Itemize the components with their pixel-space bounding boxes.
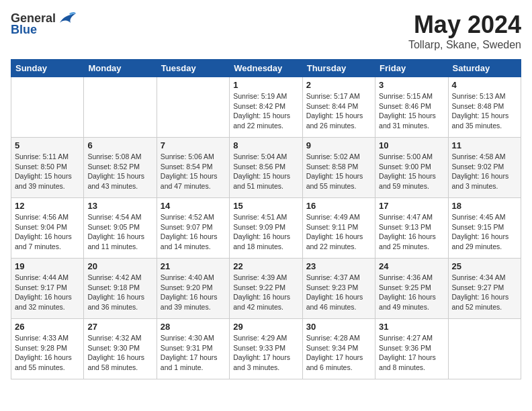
calendar-cell: 18Sunrise: 4:45 AM Sunset: 9:15 PM Dayli… [448,198,521,259]
calendar-cell: 1Sunrise: 5:19 AM Sunset: 8:42 PM Daylig… [230,77,302,138]
day-number: 29 [233,322,298,332]
day-info: Sunrise: 4:37 AM Sunset: 9:23 PM Dayligh… [306,273,371,312]
calendar-header-row: SundayMondayTuesdayWednesdayThursdayFrid… [11,60,521,77]
calendar-cell [157,77,229,138]
day-number: 25 [452,261,517,271]
day-number: 16 [306,201,371,211]
day-number: 3 [379,80,444,90]
day-number: 26 [15,322,80,332]
day-number: 27 [87,322,152,332]
calendar-week-row: 12Sunrise: 4:56 AM Sunset: 9:04 PM Dayli… [11,198,521,259]
calendar-cell: 25Sunrise: 4:34 AM Sunset: 9:27 PM Dayli… [448,259,521,319]
logo-bird-icon [57,11,76,26]
calendar-col-wednesday: Wednesday [230,60,302,77]
day-number: 12 [15,201,80,211]
day-info: Sunrise: 5:04 AM Sunset: 8:56 PM Dayligh… [233,152,298,191]
day-number: 9 [306,140,371,150]
day-info: Sunrise: 4:54 AM Sunset: 9:05 PM Dayligh… [87,212,152,252]
calendar-cell: 4Sunrise: 5:13 AM Sunset: 8:48 PM Daylig… [448,77,521,138]
calendar-week-row: 19Sunrise: 4:44 AM Sunset: 9:17 PM Dayli… [11,259,521,319]
day-number: 14 [161,201,226,211]
day-info: Sunrise: 4:44 AM Sunset: 9:17 PM Dayligh… [15,273,80,312]
day-number: 7 [161,140,226,150]
day-info: Sunrise: 5:02 AM Sunset: 8:58 PM Dayligh… [306,152,371,191]
calendar-cell: 28Sunrise: 4:30 AM Sunset: 9:31 PM Dayli… [157,319,229,379]
day-info: Sunrise: 4:33 AM Sunset: 9:28 PM Dayligh… [15,333,80,373]
calendar-cell: 5Sunrise: 5:11 AM Sunset: 8:50 PM Daylig… [11,138,84,198]
calendar-cell: 29Sunrise: 4:29 AM Sunset: 9:33 PM Dayli… [230,319,302,379]
day-number: 28 [161,322,226,332]
day-number: 5 [15,140,80,150]
calendar-cell [448,319,521,379]
day-info: Sunrise: 4:29 AM Sunset: 9:33 PM Dayligh… [233,333,298,373]
day-info: Sunrise: 4:40 AM Sunset: 9:20 PM Dayligh… [161,273,226,312]
calendar-cell: 10Sunrise: 5:00 AM Sunset: 9:00 PM Dayli… [375,138,448,198]
day-number: 18 [452,201,517,211]
logo: General Blue [11,11,76,37]
day-info: Sunrise: 4:49 AM Sunset: 9:11 PM Dayligh… [306,212,371,252]
calendar-col-friday: Friday [375,60,448,77]
day-number: 13 [87,201,152,211]
day-info: Sunrise: 5:00 AM Sunset: 9:00 PM Dayligh… [379,152,444,191]
calendar-cell: 19Sunrise: 4:44 AM Sunset: 9:17 PM Dayli… [11,259,84,319]
calendar-week-row: 26Sunrise: 4:33 AM Sunset: 9:28 PM Dayli… [11,319,521,379]
logo-blue: Blue [11,23,37,37]
day-number: 8 [233,140,298,150]
day-info: Sunrise: 4:27 AM Sunset: 9:36 PM Dayligh… [379,333,444,373]
location-title: Tollarp, Skane, Sweden [408,39,521,51]
title-block: May 2024 Tollarp, Skane, Sweden [408,11,521,51]
calendar-cell: 6Sunrise: 5:08 AM Sunset: 8:52 PM Daylig… [84,138,157,198]
calendar-week-row: 5Sunrise: 5:11 AM Sunset: 8:50 PM Daylig… [11,138,521,198]
calendar-cell: 31Sunrise: 4:27 AM Sunset: 9:36 PM Dayli… [375,319,448,379]
calendar-cell: 8Sunrise: 5:04 AM Sunset: 8:56 PM Daylig… [230,138,302,198]
day-info: Sunrise: 4:58 AM Sunset: 9:02 PM Dayligh… [452,152,517,191]
day-number: 4 [452,80,517,90]
day-number: 21 [161,261,226,271]
day-number: 2 [306,80,371,90]
calendar-col-monday: Monday [84,60,157,77]
calendar-cell: 14Sunrise: 4:52 AM Sunset: 9:07 PM Dayli… [157,198,229,259]
day-info: Sunrise: 4:36 AM Sunset: 9:25 PM Dayligh… [379,273,444,312]
calendar-cell: 17Sunrise: 4:47 AM Sunset: 9:13 PM Dayli… [375,198,448,259]
calendar-col-sunday: Sunday [11,60,84,77]
day-number: 19 [15,261,80,271]
calendar-cell: 13Sunrise: 4:54 AM Sunset: 9:05 PM Dayli… [84,198,157,259]
calendar-col-tuesday: Tuesday [157,60,229,77]
day-info: Sunrise: 4:34 AM Sunset: 9:27 PM Dayligh… [452,273,517,312]
day-info: Sunrise: 4:30 AM Sunset: 9:31 PM Dayligh… [161,333,226,373]
calendar-cell: 12Sunrise: 4:56 AM Sunset: 9:04 PM Dayli… [11,198,84,259]
calendar-cell [11,77,84,138]
calendar-cell: 24Sunrise: 4:36 AM Sunset: 9:25 PM Dayli… [375,259,448,319]
calendar-cell: 27Sunrise: 4:32 AM Sunset: 9:30 PM Dayli… [84,319,157,379]
page-header: General Blue May 2024 Tollarp, Skane, Sw… [11,11,521,51]
calendar-col-thursday: Thursday [302,60,375,77]
day-info: Sunrise: 4:52 AM Sunset: 9:07 PM Dayligh… [161,212,226,252]
calendar-cell: 15Sunrise: 4:51 AM Sunset: 9:09 PM Dayli… [230,198,302,259]
day-number: 23 [306,261,371,271]
day-number: 15 [233,201,298,211]
month-title: May 2024 [408,11,521,39]
day-number: 6 [87,140,152,150]
day-number: 11 [452,140,517,150]
day-info: Sunrise: 4:56 AM Sunset: 9:04 PM Dayligh… [15,212,80,252]
day-info: Sunrise: 4:39 AM Sunset: 9:22 PM Dayligh… [233,273,298,312]
day-number: 20 [87,261,152,271]
calendar-cell: 9Sunrise: 5:02 AM Sunset: 8:58 PM Daylig… [302,138,375,198]
calendar-cell: 3Sunrise: 5:15 AM Sunset: 8:46 PM Daylig… [375,77,448,138]
day-info: Sunrise: 5:08 AM Sunset: 8:52 PM Dayligh… [87,152,152,191]
calendar-cell: 16Sunrise: 4:49 AM Sunset: 9:11 PM Dayli… [302,198,375,259]
day-info: Sunrise: 4:28 AM Sunset: 9:34 PM Dayligh… [306,333,371,373]
calendar-cell: 20Sunrise: 4:42 AM Sunset: 9:18 PM Dayli… [84,259,157,319]
day-info: Sunrise: 5:13 AM Sunset: 8:48 PM Dayligh… [452,91,517,131]
calendar-cell: 7Sunrise: 5:06 AM Sunset: 8:54 PM Daylig… [157,138,229,198]
calendar-cell: 23Sunrise: 4:37 AM Sunset: 9:23 PM Dayli… [302,259,375,319]
day-info: Sunrise: 5:15 AM Sunset: 8:46 PM Dayligh… [379,91,444,131]
calendar-cell: 22Sunrise: 4:39 AM Sunset: 9:22 PM Dayli… [230,259,302,319]
calendar-cell: 21Sunrise: 4:40 AM Sunset: 9:20 PM Dayli… [157,259,229,319]
calendar-col-saturday: Saturday [448,60,521,77]
day-number: 24 [379,261,444,271]
calendar-table: SundayMondayTuesdayWednesdayThursdayFrid… [11,59,521,379]
calendar-cell: 26Sunrise: 4:33 AM Sunset: 9:28 PM Dayli… [11,319,84,379]
day-number: 10 [379,140,444,150]
day-info: Sunrise: 5:06 AM Sunset: 8:54 PM Dayligh… [161,152,226,191]
